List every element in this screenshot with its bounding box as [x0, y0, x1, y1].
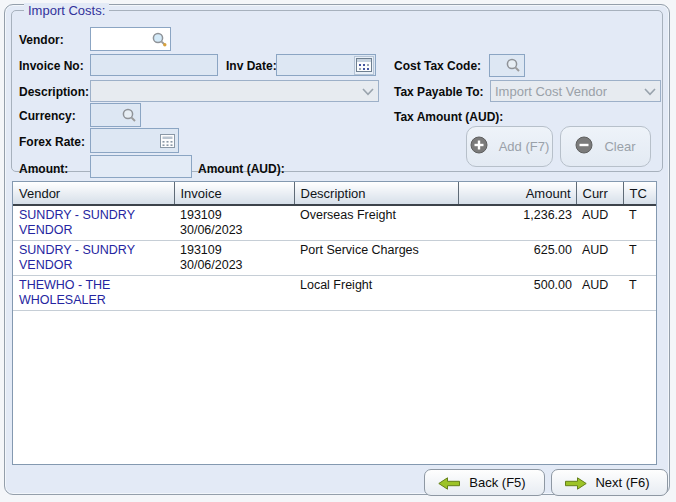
cell-description: Overseas Freight: [294, 205, 458, 241]
cell-invoice: 193109 30/06/2023: [174, 205, 294, 241]
cost-tax-code-search-icon[interactable]: [503, 56, 523, 75]
cell-tax-code: T: [623, 276, 656, 311]
vendor-search-icon[interactable]: [149, 30, 169, 49]
vendor-field: [90, 27, 171, 51]
clear-button-label: Clear: [604, 139, 635, 154]
tax-payable-to-combo[interactable]: Import Cost Vendor: [490, 80, 661, 102]
chevron-down-icon: [362, 84, 374, 99]
amount-input[interactable]: [92, 157, 190, 176]
col-header-description[interactable]: Description: [294, 182, 458, 205]
arrow-right-icon: [565, 477, 587, 493]
cell-amount: 500.00: [458, 276, 576, 311]
chevron-down-icon: [644, 84, 656, 99]
description-combo[interactable]: [90, 80, 379, 102]
table-row[interactable]: SUNDRY - SUNDRY VENDOR 193109 30/06/2023…: [13, 205, 656, 241]
cell-currency: AUD: [576, 241, 623, 276]
cell-vendor: SUNDRY - SUNDRY VENDOR: [13, 241, 174, 276]
currency-search-icon[interactable]: [119, 106, 139, 125]
cost-tax-code-label: Cost Tax Code:: [394, 59, 481, 73]
cost-tax-code-field: [489, 54, 525, 77]
description-label: Description:: [19, 85, 89, 99]
back-button[interactable]: Back (F5): [424, 469, 545, 496]
cell-vendor: THEWHO - THE WHOLESALER: [13, 276, 174, 311]
forex-rate-field: [90, 128, 179, 153]
import-costs-screen: Import Costs: Vendor: Invoice No: Inv Da: [0, 0, 676, 502]
cell-currency: AUD: [576, 276, 623, 311]
currency-field: [90, 103, 141, 127]
table-header: Vendor Invoice Description Amount Curr T…: [13, 182, 656, 205]
plus-circle-icon: [470, 136, 488, 157]
invoice-number: 193109: [180, 208, 289, 223]
amount-field: [90, 155, 192, 178]
invoice-number: 193109: [180, 243, 289, 258]
invoice-no-field: [90, 54, 218, 76]
forex-rate-label: Forex Rate:: [19, 135, 85, 149]
cell-vendor: SUNDRY - SUNDRY VENDOR: [13, 205, 174, 241]
import-costs-groupbox: Import Costs: Vendor: Invoice No: Inv Da: [11, 10, 663, 172]
calendar-icon[interactable]: [354, 56, 374, 75]
cost-lines-table: Vendor Invoice Description Amount Curr T…: [12, 181, 657, 465]
calculator-icon[interactable]: [157, 131, 177, 150]
tax-amount-aud-label: Tax Amount (AUD):: [394, 110, 503, 124]
inv-date-field: [276, 54, 376, 76]
vendor-label: Vendor:: [19, 33, 64, 47]
col-header-vendor[interactable]: Vendor: [13, 182, 174, 205]
main-panel: Import Costs: Vendor: Invoice No: Inv Da: [4, 4, 670, 495]
tax-payable-to-value: Import Cost Vendor: [495, 84, 607, 99]
table-row[interactable]: THEWHO - THE WHOLESALER Local Freight 50…: [13, 276, 656, 311]
amount-aud-label: Amount (AUD):: [198, 162, 285, 176]
cell-invoice: [174, 276, 294, 311]
invoice-date: 30/06/2023: [180, 223, 289, 238]
back-button-label: Back (F5): [459, 475, 536, 490]
minus-circle-icon: [575, 136, 593, 157]
arrow-left-icon: [438, 477, 460, 493]
cell-invoice: 193109 30/06/2023: [174, 241, 294, 276]
col-header-curr[interactable]: Curr: [576, 182, 623, 205]
invoice-no-input[interactable]: [92, 56, 216, 74]
add-button[interactable]: Add (F7): [466, 126, 553, 167]
currency-label: Currency:: [19, 109, 76, 123]
cell-amount: 1,236.23: [458, 205, 576, 241]
invoice-date: 30/06/2023: [180, 258, 289, 273]
col-header-amount[interactable]: Amount: [458, 182, 576, 205]
amount-label: Amount:: [19, 162, 68, 176]
tax-payable-to-label: Tax Payable To:: [394, 85, 484, 99]
col-header-tc[interactable]: TC: [623, 182, 656, 205]
inv-date-label: Inv Date:: [226, 59, 277, 73]
clear-button[interactable]: Clear: [560, 126, 651, 167]
cell-tax-code: T: [623, 205, 656, 241]
add-button-label: Add (F7): [499, 139, 550, 154]
cell-currency: AUD: [576, 205, 623, 241]
next-button[interactable]: Next (F6): [551, 469, 668, 496]
next-button-label: Next (F6): [586, 475, 659, 490]
col-header-invoice[interactable]: Invoice: [174, 182, 294, 205]
groupbox-title: Import Costs:: [24, 3, 109, 18]
cell-amount: 625.00: [458, 241, 576, 276]
table-row[interactable]: SUNDRY - SUNDRY VENDOR 193109 30/06/2023…: [13, 241, 656, 276]
invoice-no-label: Invoice No:: [19, 59, 84, 73]
cell-description: Port Service Charges: [294, 241, 458, 276]
cell-tax-code: T: [623, 241, 656, 276]
cell-description: Local Freight: [294, 276, 458, 311]
cost-table-body: SUNDRY - SUNDRY VENDOR 193109 30/06/2023…: [13, 205, 656, 311]
